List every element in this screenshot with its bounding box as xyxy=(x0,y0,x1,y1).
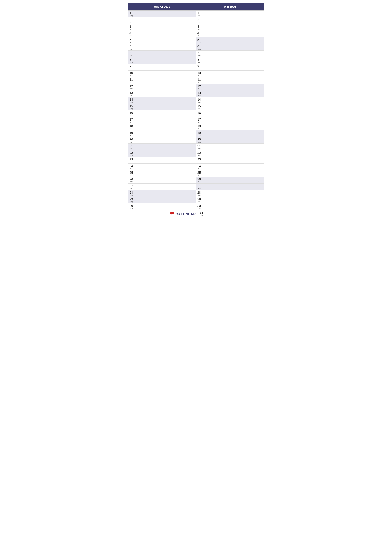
day-name: ПЕТ xyxy=(130,188,134,189)
day-row: 27ПЕТ xyxy=(128,183,196,190)
day-number: 9 xyxy=(129,65,134,68)
day-number: 9 xyxy=(197,65,202,68)
day-number: 25 xyxy=(129,171,134,174)
day-row: 1ВТО xyxy=(196,11,264,17)
day-name: НЕД xyxy=(130,62,134,63)
day-name: САБ xyxy=(130,55,134,57)
day-name: САБ xyxy=(198,135,202,136)
day-number: 30 xyxy=(129,204,134,208)
footer-may31: 31ЧЕТ xyxy=(199,210,264,218)
day-number: 7 xyxy=(129,51,134,55)
day-row: 24ЧЕТ xyxy=(196,164,264,170)
day-row: 16ПОН xyxy=(128,110,196,117)
day-number: 23 xyxy=(197,158,202,161)
day-name: НЕД xyxy=(198,95,202,96)
day-row: 11СРЕ xyxy=(128,77,196,84)
calendar-brand: 7 CALENDAR xyxy=(170,212,196,216)
day-number: 4 xyxy=(129,31,134,35)
brand-label: CALENDAR xyxy=(176,212,196,216)
day-row: 25ПЕТ xyxy=(196,170,264,177)
day-name: СРЕ xyxy=(130,128,134,130)
day-number: 20 xyxy=(197,138,202,141)
day-number: 1 xyxy=(197,11,202,15)
day-name-31: ЧЕТ xyxy=(200,215,205,216)
day-row: 29НЕД xyxy=(128,197,196,204)
day-row: 12САБ xyxy=(196,84,264,90)
day-number: 10 xyxy=(197,71,202,75)
day-row: 22ВТО xyxy=(196,150,264,157)
day-number: 8 xyxy=(197,58,202,61)
day-row: 24ВТО xyxy=(128,164,196,170)
day-name: НЕД xyxy=(130,201,134,203)
day-number: 14 xyxy=(197,98,202,101)
day-number: 19 xyxy=(197,131,202,134)
day-name: ПЕТ xyxy=(198,128,202,130)
day-row: 9ПОН xyxy=(128,64,196,71)
days-container: 1НЕД2ПОН3ВТО4СРЕ5ЧЕТ6ПЕТ7САБ8НЕД9ПОН10ВТ… xyxy=(128,11,264,210)
day-name: НЕД xyxy=(198,188,202,189)
day-number: 30 xyxy=(197,204,202,208)
day-number: 29 xyxy=(197,197,202,201)
day-number: 11 xyxy=(197,78,202,81)
day-number: 11 xyxy=(129,78,134,81)
day-row: 26САБ xyxy=(196,177,264,183)
day-row: 21САБ xyxy=(128,144,196,150)
day-name: ВТО xyxy=(130,75,134,76)
day-number: 12 xyxy=(197,85,202,88)
day-name: САБ xyxy=(198,42,202,43)
day-name: ПОН xyxy=(130,68,134,70)
day-number: 5 xyxy=(197,38,202,41)
day-name: ПОН xyxy=(130,161,134,163)
day-name: ПОН xyxy=(198,55,202,57)
day-name: ПЕТ xyxy=(198,175,202,176)
day-number: 16 xyxy=(129,111,134,115)
day-row: 19ЧЕТ xyxy=(128,130,196,137)
may-header: Maj 2029 xyxy=(196,3,264,10)
day-row: 9СРЕ xyxy=(196,64,264,71)
day-number: 10 xyxy=(129,71,134,75)
day-row: 2СРЕ xyxy=(196,17,264,24)
day-number: 1 xyxy=(129,11,134,15)
day-row-may31: 31ЧЕТ xyxy=(199,210,264,217)
day-number: 21 xyxy=(197,144,202,148)
day-row: 25СРЕ xyxy=(128,170,196,177)
day-name: ЧЕТ xyxy=(198,75,202,76)
day-name: ВТО xyxy=(198,62,202,63)
day-row: 3ЧЕТ xyxy=(196,24,264,31)
day-name: ЧЕТ xyxy=(198,29,202,30)
day-name: ВТО xyxy=(130,168,134,169)
day-number: 28 xyxy=(197,191,202,194)
day-number: 5 xyxy=(129,38,134,41)
day-number: 21 xyxy=(129,144,134,148)
day-name: ПОН xyxy=(198,148,202,150)
day-number: 29 xyxy=(129,197,134,201)
day-row: 29ВТО xyxy=(196,197,264,204)
day-number: 12 xyxy=(129,85,134,88)
day-row: 5САБ xyxy=(196,37,264,44)
day-number: 3 xyxy=(129,25,134,28)
day-number: 7 xyxy=(197,51,202,55)
day-row: 18ПЕТ xyxy=(196,124,264,130)
day-row: 2ПОН xyxy=(128,17,196,24)
day-row: 21ПОН xyxy=(196,144,264,150)
day-name: ПЕТ xyxy=(130,95,134,96)
day-number: 14 xyxy=(129,98,134,101)
day-row: 19САБ xyxy=(196,130,264,137)
day-row: 30СРЕ xyxy=(196,204,264,210)
day-row: 10ВТО xyxy=(128,71,196,77)
day-row: 28ПОН xyxy=(196,190,264,197)
day-name: ЧЕТ xyxy=(130,181,134,183)
day-row: 5ЧЕТ xyxy=(128,37,196,44)
day-name: НЕД xyxy=(130,155,134,156)
day-row: 23СРЕ xyxy=(196,157,264,164)
day-row: 6ПЕТ xyxy=(128,44,196,51)
day-row: 1НЕД xyxy=(128,11,196,17)
day-row: 26ЧЕТ xyxy=(128,177,196,183)
day-row: 11ПЕТ xyxy=(196,77,264,84)
day-row: 7САБ xyxy=(128,51,196,57)
april-column: 1НЕД2ПОН3ВТО4СРЕ5ЧЕТ6ПЕТ7САБ8НЕД9ПОН10ВТ… xyxy=(128,11,196,210)
svg-text:7: 7 xyxy=(172,214,173,216)
day-name: НЕД xyxy=(198,48,202,50)
day-name: ЧЕТ xyxy=(130,135,134,136)
day-number: 15 xyxy=(129,104,134,108)
